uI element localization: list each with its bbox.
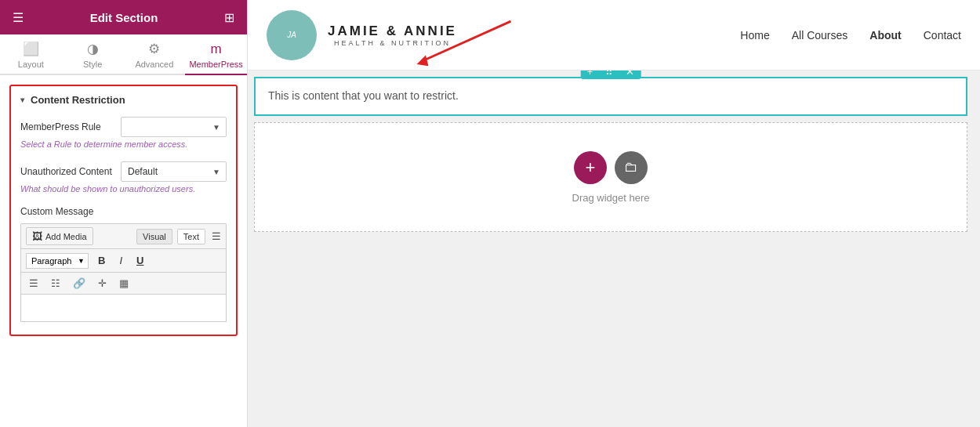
nav-home[interactable]: Home [740,29,769,42]
tab-advanced[interactable]: ⚙ Advanced [124,34,186,74]
logo-subtitle: HEALTH & NUTRITION [328,39,457,47]
tab-memberpress-label: MemberPress [189,60,242,69]
memberpress-rule-select-wrapper: ▼ [121,117,227,137]
tab-memberpress[interactable]: m MemberPress [185,34,247,75]
folder-icon: 🗀 [624,159,638,176]
widget-folder-button[interactable]: 🗀 [615,151,648,184]
add-media-icon: 🖼 [32,230,42,242]
section-controls: + ⠿ ✕ [581,71,641,79]
link-icon[interactable]: 🔗 [70,276,89,291]
custom-message-label: Custom Message [11,203,236,220]
more-options-icon[interactable]: ☰ [212,230,221,242]
panel-tabs: ⬜ Layout ◑ Style ⚙ Advanced m MemberPres… [0,34,247,75]
nav-contact[interactable]: Contact [924,29,961,42]
panel-title: Edit Section [90,11,158,24]
memberpress-rule-label: MemberPress Rule [20,121,114,132]
table-icon[interactable]: ▦ [116,276,132,291]
editor-toolbar-format: Paragraph Heading 1 Heading 2 Heading 3 … [20,248,227,272]
logo-text-group: JAMIE & ANNIE HEALTH & NUTRITION [328,24,457,47]
widget-drag-hint: Drag widget here [572,192,650,204]
content-area: + ⠿ ✕ This is content that you want to r… [248,71,980,427]
unauthorized-content-select[interactable]: Default Custom Message Login Form [121,161,227,182]
widget-add-button[interactable]: + [574,151,607,184]
logo-title: JAMIE & ANNIE [328,24,457,39]
memberpress-rule-hint: Select a Rule to determine member access… [20,139,227,149]
tab-advanced-label: Advanced [135,60,173,69]
section-title: ▾ Content Restriction [11,86,236,114]
layout-icon: ⬜ [23,41,39,57]
panel-content: ▾ Content Restriction MemberPress Rule ▼… [0,75,247,427]
memberpress-rule-row: MemberPress Rule ▼ [20,117,227,137]
editor-body[interactable] [20,294,227,322]
unauthorized-content-row: Unauthorized Content Default Custom Mess… [20,161,227,182]
nav-all-courses[interactable]: All Courses [792,29,848,42]
ordered-list-icon[interactable]: ☷ [48,276,64,291]
site-logo: JA JAMIE & ANNIE HEALTH & NUTRITION [267,10,457,60]
widget-area: + 🗀 Drag widget here [254,122,967,232]
add-media-label: Add Media [45,232,87,241]
section-add-button[interactable]: + [581,71,600,79]
memberpress-rule-select[interactable] [121,117,227,137]
style-icon: ◑ [87,41,99,57]
unordered-list-icon[interactable]: ☰ [26,276,42,291]
tab-style-label: Style [83,60,102,69]
add-media-button[interactable]: 🖼 Add Media [26,227,93,245]
format-select[interactable]: Paragraph Heading 1 Heading 2 Heading 3 [26,253,89,269]
hamburger-icon[interactable]: ☰ [13,10,24,25]
fullscreen-icon[interactable]: ✛ [95,276,110,291]
section-content-text: This is content that you want to restric… [256,78,966,113]
panel-header: ☰ Edit Section ⊞ [0,0,247,34]
selected-section: + ⠿ ✕ This is content that you want to r… [254,77,967,116]
unauthorized-content-hint: What should be shown to unauthorized use… [20,184,227,194]
logo-circle: JA [267,10,317,60]
right-panel: JA JAMIE & ANNIE HEALTH & NUTRITION Home… [248,0,980,427]
editor-toolbar-top: 🖼 Add Media Visual Text ☰ [20,223,227,248]
editor-toolbar-extra: ☰ ☷ 🔗 ✛ ▦ [20,272,227,294]
section-title-text: Content Restriction [31,94,125,106]
visual-tab-button[interactable]: Visual [136,229,172,244]
advanced-icon: ⚙ [148,41,160,57]
underline-button[interactable]: U [132,252,148,269]
memberpress-icon: m [211,42,222,57]
unauthorized-content-label: Unauthorized Content [20,166,114,177]
grid-icon[interactable]: ⊞ [224,10,234,25]
memberpress-rule-group: MemberPress Rule ▼ Select a Rule to dete… [11,114,236,158]
left-panel: ☰ Edit Section ⊞ ⬜ Layout ◑ Style ⚙ Adva… [0,0,248,427]
collapse-arrow-icon[interactable]: ▾ [20,96,24,104]
bold-button[interactable]: B [93,252,110,269]
tab-style[interactable]: ◑ Style [62,34,124,74]
italic-button[interactable]: I [114,252,127,269]
tab-layout[interactable]: ⬜ Layout [0,34,62,74]
unauthorized-content-group: Unauthorized Content Default Custom Mess… [11,158,236,203]
nav-about[interactable]: About [869,29,901,42]
tab-layout-label: Layout [18,60,44,69]
nav-bar: JA JAMIE & ANNIE HEALTH & NUTRITION Home… [248,0,980,71]
text-tab-button[interactable]: Text [177,229,205,244]
nav-links: Home All Courses About Contact [740,29,961,42]
format-select-wrapper: Paragraph Heading 1 Heading 2 Heading 3 … [26,253,89,269]
content-restriction-box: ▾ Content Restriction MemberPress Rule ▼… [9,85,238,336]
section-close-button[interactable]: ✕ [619,71,641,79]
unauthorized-content-select-wrapper: Default Custom Message Login Form ▼ [121,161,227,182]
section-move-button[interactable]: ⠿ [599,71,619,79]
widget-buttons: + 🗀 [574,151,648,184]
